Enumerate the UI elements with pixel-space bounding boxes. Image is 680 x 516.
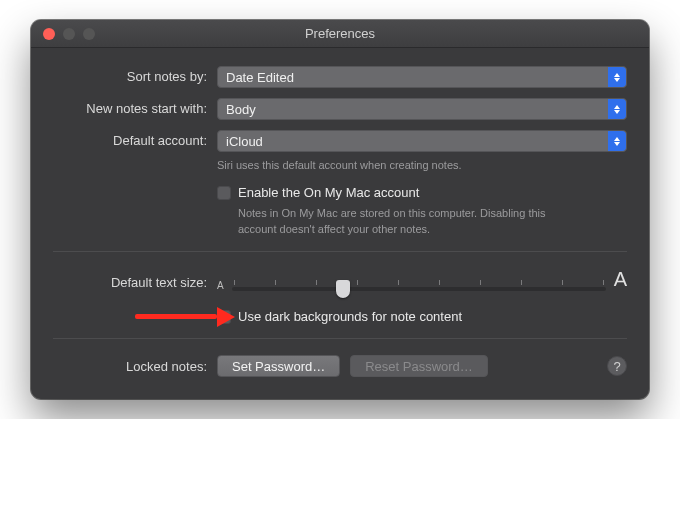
text-size-row: Default text size: A A bbox=[53, 268, 627, 291]
text-size-small-icon: A bbox=[217, 280, 224, 291]
chevron-up-down-icon bbox=[608, 131, 626, 151]
new-notes-select[interactable]: Body bbox=[217, 98, 627, 120]
locked-notes-row: Locked notes: Set Password… Reset Passwo… bbox=[53, 355, 627, 377]
text-size-large-icon: A bbox=[614, 268, 627, 291]
sort-notes-row: Sort notes by: Date Edited bbox=[53, 66, 627, 88]
content-area: Sort notes by: Date Edited New notes sta… bbox=[31, 48, 649, 399]
default-account-row: Default account: iCloud Siri uses this d… bbox=[53, 130, 627, 173]
new-notes-value: Body bbox=[226, 102, 256, 117]
default-account-select[interactable]: iCloud bbox=[217, 130, 627, 152]
slider-thumb[interactable] bbox=[336, 280, 350, 298]
window-title: Preferences bbox=[31, 26, 649, 41]
enable-local-row: Enable the On My Mac account Notes in On… bbox=[53, 185, 627, 237]
sort-notes-value: Date Edited bbox=[226, 70, 294, 85]
titlebar: Preferences bbox=[31, 20, 649, 48]
set-password-button[interactable]: Set Password… bbox=[217, 355, 340, 377]
divider bbox=[53, 251, 627, 252]
new-notes-label: New notes start with: bbox=[53, 98, 217, 116]
new-notes-row: New notes start with: Body bbox=[53, 98, 627, 120]
enable-local-checkbox[interactable] bbox=[217, 186, 231, 200]
preferences-window: Preferences Sort notes by: Date Edited N… bbox=[31, 20, 649, 399]
help-button[interactable]: ? bbox=[607, 356, 627, 376]
enable-local-hint: Notes in On My Mac are stored on this co… bbox=[217, 206, 577, 237]
dark-background-label: Use dark backgrounds for note content bbox=[238, 309, 462, 324]
text-size-slider[interactable] bbox=[232, 280, 606, 291]
sort-notes-label: Sort notes by: bbox=[53, 66, 217, 84]
default-account-value: iCloud bbox=[226, 134, 263, 149]
reset-password-button[interactable]: Reset Password… bbox=[350, 355, 488, 377]
text-size-label: Default text size: bbox=[53, 269, 217, 290]
default-account-label: Default account: bbox=[53, 130, 217, 148]
default-account-hint: Siri uses this default account when crea… bbox=[217, 158, 627, 173]
chevron-up-down-icon bbox=[608, 67, 626, 87]
locked-notes-label: Locked notes: bbox=[53, 359, 217, 374]
annotation-arrow-icon bbox=[135, 307, 235, 327]
chevron-up-down-icon bbox=[608, 99, 626, 119]
divider bbox=[53, 338, 627, 339]
sort-notes-select[interactable]: Date Edited bbox=[217, 66, 627, 88]
dark-background-row: Use dark backgrounds for note content bbox=[53, 309, 627, 324]
enable-local-label: Enable the On My Mac account bbox=[238, 185, 419, 200]
